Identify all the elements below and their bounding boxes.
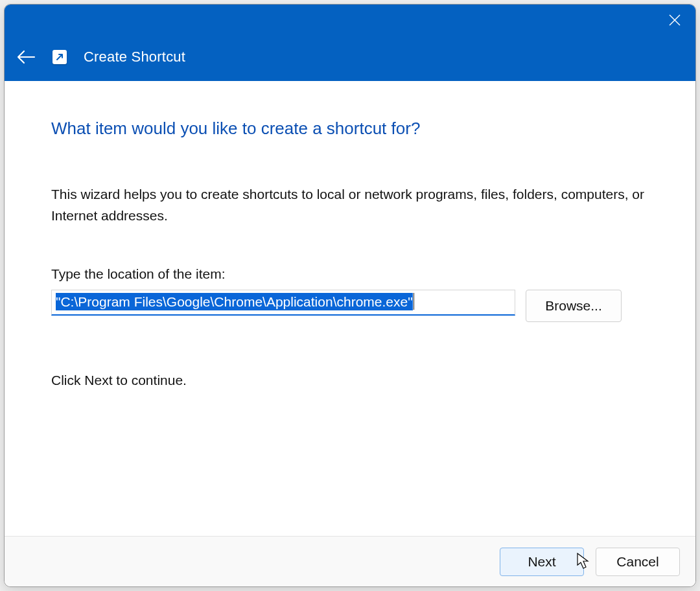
cancel-button[interactable]: Cancel <box>596 548 680 576</box>
dialog-footer: Next Cancel <box>5 536 695 586</box>
continue-text: Click Next to continue. <box>51 373 653 388</box>
location-input[interactable]: "C:\Program Files\Google\Chrome\Applicat… <box>51 290 515 316</box>
shortcut-icon <box>52 50 67 64</box>
dialog-body: What item would you like to create a sho… <box>5 81 695 536</box>
browse-button[interactable]: Browse... <box>526 290 622 322</box>
location-label: Type the location of the item: <box>51 266 653 282</box>
text-caret <box>414 293 414 310</box>
cancel-button-label: Cancel <box>616 554 659 570</box>
create-shortcut-dialog: Create Shortcut What item would you like… <box>4 4 696 587</box>
window-title: Create Shortcut <box>84 49 185 65</box>
next-button-label: Next <box>528 554 555 570</box>
page-heading: What item would you like to create a sho… <box>51 119 653 139</box>
back-arrow-icon <box>16 50 36 64</box>
close-icon <box>669 14 681 26</box>
close-button[interactable] <box>657 6 693 34</box>
back-button[interactable] <box>16 50 36 64</box>
browse-button-label: Browse... <box>545 298 602 314</box>
next-button[interactable]: Next <box>500 548 584 576</box>
title-bar: Create Shortcut <box>5 5 695 81</box>
description-text: This wizard helps you to create shortcut… <box>51 184 648 226</box>
location-input-value: "C:\Program Files\Google\Chrome\Applicat… <box>56 293 413 310</box>
